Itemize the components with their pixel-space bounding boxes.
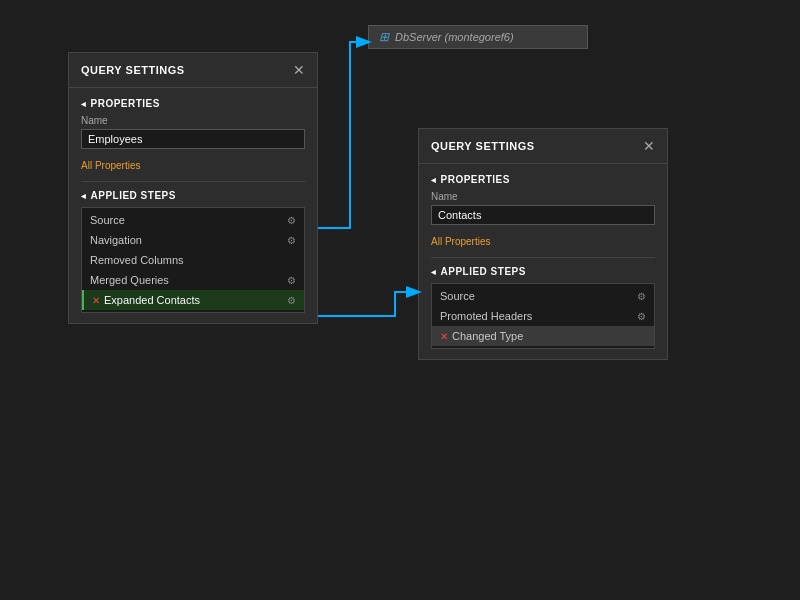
panel-employees: QUERY SETTINGS ✕ ◂ PROPERTIES Name All P…: [68, 52, 318, 324]
panel1-step-item[interactable]: ✕Expanded Contacts⚙: [82, 290, 304, 310]
step-name: Changed Type: [452, 330, 523, 342]
panel2-properties-title: PROPERTIES: [441, 174, 510, 185]
gear-icon[interactable]: ⚙: [287, 295, 296, 306]
error-icon: ✕: [440, 331, 448, 342]
gear-icon[interactable]: ⚙: [287, 275, 296, 286]
panel2-name-label: Name: [431, 191, 655, 202]
db-server-label: DbServer (montegoref6): [395, 31, 514, 43]
panel1-title: QUERY SETTINGS: [81, 64, 185, 76]
panel1-steps-arrow: ◂: [81, 191, 87, 201]
step-name: Merged Queries: [90, 274, 169, 286]
step-name: Promoted Headers: [440, 310, 532, 322]
panel2-divider: [431, 257, 655, 258]
panel1-properties-header: ◂ PROPERTIES: [81, 98, 305, 109]
panel1-step-item[interactable]: Merged Queries⚙: [82, 270, 304, 290]
panel2-steps-arrow: ◂: [431, 267, 437, 277]
panel1-header: QUERY SETTINGS ✕: [69, 53, 317, 88]
panel2-steps-header: ◂ APPLIED STEPS: [431, 266, 655, 277]
gear-icon[interactable]: ⚙: [637, 311, 646, 322]
panel-contacts: QUERY SETTINGS ✕ ◂ PROPERTIES Name All P…: [418, 128, 668, 360]
panel2-all-properties-link[interactable]: All Properties: [431, 236, 490, 247]
panel1-steps-title: APPLIED STEPS: [91, 190, 176, 201]
panel1-name-input[interactable]: [81, 129, 305, 149]
panel1-all-properties-link[interactable]: All Properties: [81, 160, 140, 171]
gear-icon[interactable]: ⚙: [287, 235, 296, 246]
panel2-steps-title: APPLIED STEPS: [441, 266, 526, 277]
panel2-content: ◂ PROPERTIES Name All Properties ◂ APPLI…: [419, 164, 667, 359]
panel2-name-input[interactable]: [431, 205, 655, 225]
panel2-properties-arrow: ◂: [431, 175, 437, 185]
panel1-step-item[interactable]: Navigation⚙: [82, 230, 304, 250]
panel2-step-item[interactable]: Source⚙: [432, 286, 654, 306]
gear-icon[interactable]: ⚙: [287, 215, 296, 226]
panel1-divider: [81, 181, 305, 182]
step-name: Navigation: [90, 234, 142, 246]
panel1-steps-list: Source⚙Navigation⚙Removed ColumnsMerged …: [81, 207, 305, 313]
error-icon: ✕: [92, 295, 100, 306]
panel1-step-item[interactable]: Removed Columns: [82, 250, 304, 270]
panel2-steps-list: Source⚙Promoted Headers⚙✕Changed Type: [431, 283, 655, 349]
panel1-properties-title: PROPERTIES: [91, 98, 160, 109]
db-icon: ⊞: [379, 30, 389, 44]
panel2-properties-header: ◂ PROPERTIES: [431, 174, 655, 185]
step-name: Source: [440, 290, 475, 302]
panel2-title: QUERY SETTINGS: [431, 140, 535, 152]
gear-icon[interactable]: ⚙: [637, 291, 646, 302]
panel2-header: QUERY SETTINGS ✕: [419, 129, 667, 164]
step-name: Source: [90, 214, 125, 226]
panel1-properties-arrow: ◂: [81, 99, 87, 109]
step-name: Expanded Contacts: [104, 294, 200, 306]
panel1-close-button[interactable]: ✕: [293, 63, 305, 77]
panel2-close-button[interactable]: ✕: [643, 139, 655, 153]
panel2-step-item[interactable]: Promoted Headers⚙: [432, 306, 654, 326]
panel1-name-label: Name: [81, 115, 305, 126]
panel1-steps-header: ◂ APPLIED STEPS: [81, 190, 305, 201]
step-name: Removed Columns: [90, 254, 184, 266]
panel1-step-item[interactable]: Source⚙: [82, 210, 304, 230]
db-server-bar: ⊞ DbServer (montegoref6): [368, 25, 588, 49]
panel2-step-item[interactable]: ✕Changed Type: [432, 326, 654, 346]
panel1-content: ◂ PROPERTIES Name All Properties ◂ APPLI…: [69, 88, 317, 323]
